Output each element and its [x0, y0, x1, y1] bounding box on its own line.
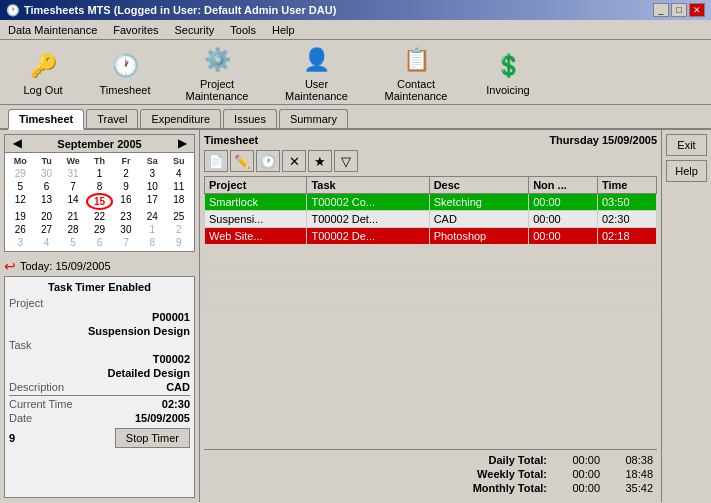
cal-day[interactable]: 30 — [113, 223, 139, 236]
cal-day[interactable]: 29 — [86, 223, 112, 236]
cal-header-th: Th — [86, 155, 112, 167]
cal-day[interactable]: 23 — [113, 210, 139, 223]
timesheet-label: Timesheet — [100, 84, 151, 96]
contact-maintenance-button[interactable]: 📋 Contact Maintenance — [371, 42, 461, 102]
cal-day[interactable]: 8 — [86, 180, 112, 193]
cal-day[interactable]: 3 — [7, 236, 33, 249]
daily-total-time: 08:38 — [608, 454, 653, 466]
cal-day[interactable]: 5 — [60, 236, 86, 249]
cal-day[interactable]: 25 — [166, 210, 192, 223]
close-button[interactable]: ✕ — [689, 3, 705, 17]
side-buttons: Exit Help — [661, 130, 711, 502]
cal-day[interactable]: 14 — [60, 193, 86, 210]
cal-day[interactable]: 2 — [166, 223, 192, 236]
stop-timer-button[interactable]: Stop Timer — [115, 428, 190, 448]
tab-travel[interactable]: Travel — [86, 109, 138, 128]
cell-project: Web Site... — [205, 228, 307, 245]
cal-day[interactable]: 26 — [7, 223, 33, 236]
calendar-prev-button[interactable]: ◀ — [9, 137, 25, 150]
monthly-total-non: 00:00 — [555, 482, 600, 494]
exit-button[interactable]: Exit — [666, 134, 707, 156]
cal-day[interactable]: 12 — [7, 193, 33, 210]
cal-day[interactable]: 29 — [7, 167, 33, 180]
ts-clock-button[interactable]: 🕐 — [256, 150, 280, 172]
task-timer: Task Timer Enabled Project P00001 Suspen… — [4, 276, 195, 498]
cal-day[interactable]: 4 — [33, 236, 59, 249]
tab-timesheet[interactable]: Timesheet — [8, 109, 84, 130]
cal-day[interactable]: 31 — [60, 167, 86, 180]
cal-header-sa: Sa — [139, 155, 165, 167]
cal-day[interactable]: 9 — [166, 236, 192, 249]
cal-day[interactable]: 27 — [33, 223, 59, 236]
cal-today[interactable]: 15 — [86, 193, 112, 210]
cal-day[interactable]: 9 — [113, 180, 139, 193]
cal-day[interactable]: 8 — [139, 236, 165, 249]
cal-day[interactable]: 30 — [33, 167, 59, 180]
ts-delete-button[interactable]: ✕ — [282, 150, 306, 172]
cal-day[interactable]: 17 — [139, 193, 165, 210]
cal-day[interactable]: 22 — [86, 210, 112, 223]
right-header: Timesheet Thursday 15/09/2005 — [204, 134, 657, 146]
cal-day[interactable]: 18 — [166, 193, 192, 210]
ts-new-button[interactable]: 📄 — [204, 150, 228, 172]
cell-time: 02:18 — [597, 228, 656, 245]
tab-summary[interactable]: Summary — [279, 109, 348, 128]
cal-day[interactable]: 7 — [60, 180, 86, 193]
user-maintenance-button[interactable]: 👤 User Maintenance — [274, 42, 359, 102]
table-row[interactable]: Smartlock T00002 Co... Sketching 00:00 0… — [205, 194, 657, 211]
cal-day[interactable]: 19 — [7, 210, 33, 223]
logout-button[interactable]: 🔑 Log Out — [8, 48, 78, 96]
tab-expenditure[interactable]: Expenditure — [140, 109, 221, 128]
ts-filter-button[interactable]: ▽ — [334, 150, 358, 172]
menu-data-maintenance[interactable]: Data Maintenance — [4, 23, 101, 37]
monthly-total-label: Monthly Total: — [473, 482, 547, 494]
ts-star-button[interactable]: ★ — [308, 150, 332, 172]
menu-tools[interactable]: Tools — [226, 23, 260, 37]
table-row[interactable]: Suspensi... T00002 Det... CAD 00:00 02:3… — [205, 211, 657, 228]
timesheet-icon: 🕐 — [107, 48, 143, 84]
menu-favorites[interactable]: Favorites — [109, 23, 162, 37]
cal-day[interactable]: 6 — [86, 236, 112, 249]
menu-security[interactable]: Security — [171, 23, 219, 37]
main-content: ◀ September 2005 ▶ Mo Tu We Th Fr Sa Su … — [0, 130, 711, 502]
today-text: Today: 15/09/2005 — [20, 260, 111, 272]
cal-header-fr: Fr — [113, 155, 139, 167]
col-desc: Desc — [429, 177, 529, 194]
current-time-value: 02:30 — [162, 398, 190, 410]
cal-day[interactable]: 13 — [33, 193, 59, 210]
cal-day[interactable]: 2 — [113, 167, 139, 180]
timesheet-button[interactable]: 🕐 Timesheet — [90, 48, 160, 96]
cal-day[interactable]: 20 — [33, 210, 59, 223]
right-inner: Timesheet Thursday 15/09/2005 📄 ✏️ 🕐 ✕ ★… — [204, 134, 657, 498]
cal-day[interactable]: 21 — [60, 210, 86, 223]
tab-issues[interactable]: Issues — [223, 109, 277, 128]
calendar-next-button[interactable]: ▶ — [174, 137, 190, 150]
ts-edit-button[interactable]: ✏️ — [230, 150, 254, 172]
help-button[interactable]: Help — [666, 160, 707, 182]
project-maintenance-button[interactable]: ⚙️ Project Maintenance — [172, 42, 262, 102]
invoicing-button[interactable]: 💲 Invoicing — [473, 48, 543, 96]
today-icon: ↩ — [4, 258, 16, 274]
titlebar-controls[interactable]: _ □ ✕ — [653, 3, 705, 17]
maximize-button[interactable]: □ — [671, 3, 687, 17]
cal-day[interactable]: 10 — [139, 180, 165, 193]
menu-help[interactable]: Help — [268, 23, 299, 37]
cal-day[interactable]: 16 — [113, 193, 139, 210]
cal-day[interactable]: 11 — [166, 180, 192, 193]
cell-task: T00002 De... — [307, 228, 429, 245]
monthly-total-row: Monthly Total: 00:00 35:42 — [473, 482, 653, 494]
table-row[interactable]: Web Site... T00002 De... Photoshop 00:00… — [205, 228, 657, 245]
cal-day[interactable]: 7 — [113, 236, 139, 249]
toolbar: 🔑 Log Out 🕐 Timesheet ⚙️ Project Mainten… — [0, 40, 711, 105]
cal-day[interactable]: 1 — [86, 167, 112, 180]
cal-day[interactable]: 3 — [139, 167, 165, 180]
cal-day[interactable]: 1 — [139, 223, 165, 236]
totals-section: Daily Total: 00:00 08:38 Weekly Total: 0… — [204, 449, 657, 498]
cell-desc: CAD — [429, 211, 529, 228]
cal-day[interactable]: 4 — [166, 167, 192, 180]
minimize-button[interactable]: _ — [653, 3, 669, 17]
cal-day[interactable]: 5 — [7, 180, 33, 193]
cal-day[interactable]: 6 — [33, 180, 59, 193]
cal-day[interactable]: 24 — [139, 210, 165, 223]
cal-day[interactable]: 28 — [60, 223, 86, 236]
